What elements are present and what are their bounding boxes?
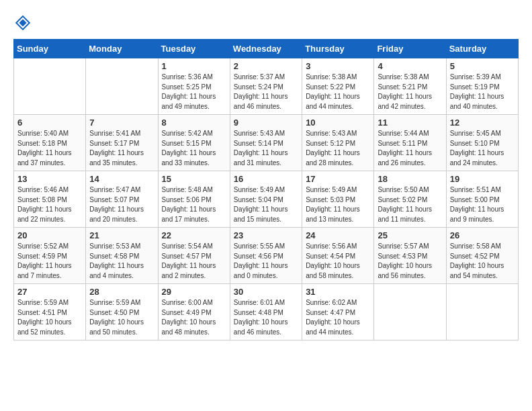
- day-number: 18: [378, 174, 442, 184]
- calendar-cell: 16 Sunrise: 5:49 AMSunset: 5:04 PMDaylig…: [230, 171, 302, 228]
- day-number: 13: [17, 174, 82, 184]
- day-number: 3: [306, 61, 370, 71]
- day-info: Sunrise: 5:54 AMSunset: 4:57 PMDaylight:…: [162, 242, 226, 281]
- day-info: Sunrise: 5:49 AMSunset: 5:03 PMDaylight:…: [306, 185, 370, 224]
- calendar-cell: 29 Sunrise: 6:00 AMSunset: 4:49 PMDaylig…: [158, 284, 230, 340]
- calendar-cell: 23 Sunrise: 5:55 AMSunset: 4:56 PMDaylig…: [230, 228, 302, 284]
- calendar-week-row: 1 Sunrise: 5:36 AMSunset: 5:25 PMDayligh…: [14, 58, 519, 115]
- day-info: Sunrise: 5:53 AMSunset: 4:58 PMDaylight:…: [89, 242, 154, 281]
- day-info: Sunrise: 6:01 AMSunset: 4:48 PMDaylight:…: [234, 298, 298, 337]
- weekday-header: Tuesday: [158, 40, 230, 58]
- day-info: Sunrise: 5:49 AMSunset: 5:04 PMDaylight:…: [234, 185, 298, 224]
- day-number: 8: [162, 118, 226, 128]
- day-info: Sunrise: 5:39 AMSunset: 5:19 PMDaylight:…: [450, 73, 515, 111]
- day-number: 2: [234, 61, 298, 71]
- logo: [13, 13, 35, 32]
- calendar-cell: 28 Sunrise: 5:59 AMSunset: 4:50 PMDaylig…: [86, 284, 158, 340]
- calendar-week-row: 27 Sunrise: 5:59 AMSunset: 4:51 PMDaylig…: [14, 284, 519, 340]
- calendar-cell: 22 Sunrise: 5:54 AMSunset: 4:57 PMDaylig…: [158, 228, 230, 284]
- calendar-cell: [86, 58, 158, 115]
- day-info: Sunrise: 5:43 AMSunset: 5:12 PMDaylight:…: [306, 129, 370, 168]
- calendar-cell: 21 Sunrise: 5:53 AMSunset: 4:58 PMDaylig…: [86, 228, 158, 284]
- weekday-header: Thursday: [302, 40, 374, 58]
- page-header: [13, 13, 519, 32]
- day-number: 27: [17, 287, 82, 297]
- day-number: 23: [234, 230, 298, 240]
- day-info: Sunrise: 5:45 AMSunset: 5:10 PMDaylight:…: [450, 129, 515, 168]
- calendar-cell: 30 Sunrise: 6:01 AMSunset: 4:48 PMDaylig…: [230, 284, 302, 340]
- calendar-week-row: 13 Sunrise: 5:46 AMSunset: 5:08 PMDaylig…: [14, 171, 519, 228]
- calendar-cell: 31 Sunrise: 6:02 AMSunset: 4:47 PMDaylig…: [302, 284, 374, 340]
- day-info: Sunrise: 5:48 AMSunset: 5:06 PMDaylight:…: [162, 185, 226, 224]
- calendar-cell: 8 Sunrise: 5:42 AMSunset: 5:15 PMDayligh…: [158, 115, 230, 171]
- day-number: 5: [450, 61, 515, 71]
- calendar-cell: 27 Sunrise: 5:59 AMSunset: 4:51 PMDaylig…: [14, 284, 86, 340]
- day-info: Sunrise: 6:00 AMSunset: 4:49 PMDaylight:…: [162, 298, 226, 337]
- weekday-header: Friday: [374, 40, 446, 58]
- day-info: Sunrise: 5:47 AMSunset: 5:07 PMDaylight:…: [89, 185, 154, 224]
- day-number: 20: [17, 230, 82, 240]
- calendar-week-row: 20 Sunrise: 5:52 AMSunset: 4:59 PMDaylig…: [14, 228, 519, 284]
- day-number: 24: [306, 230, 370, 240]
- day-number: 22: [162, 230, 226, 240]
- day-number: 6: [17, 118, 82, 128]
- day-number: 25: [378, 230, 442, 240]
- weekday-header: Saturday: [446, 40, 518, 58]
- calendar-cell: 9 Sunrise: 5:43 AMSunset: 5:14 PMDayligh…: [230, 115, 302, 171]
- day-number: 1: [162, 61, 226, 71]
- calendar-cell: 1 Sunrise: 5:36 AMSunset: 5:25 PMDayligh…: [158, 58, 230, 115]
- weekday-header: Wednesday: [230, 40, 302, 58]
- day-info: Sunrise: 5:36 AMSunset: 5:25 PMDaylight:…: [162, 73, 226, 111]
- day-info: Sunrise: 5:58 AMSunset: 4:52 PMDaylight:…: [450, 242, 515, 281]
- day-info: Sunrise: 5:59 AMSunset: 4:50 PMDaylight:…: [89, 298, 154, 337]
- day-info: Sunrise: 5:38 AMSunset: 5:21 PMDaylight:…: [378, 73, 442, 111]
- calendar-cell: 20 Sunrise: 5:52 AMSunset: 4:59 PMDaylig…: [14, 228, 86, 284]
- calendar-cell: [374, 284, 446, 340]
- day-info: Sunrise: 5:42 AMSunset: 5:15 PMDaylight:…: [162, 129, 226, 168]
- calendar-cell: 2 Sunrise: 5:37 AMSunset: 5:24 PMDayligh…: [230, 58, 302, 115]
- calendar-cell: 4 Sunrise: 5:38 AMSunset: 5:21 PMDayligh…: [374, 58, 446, 115]
- day-number: 26: [450, 230, 515, 240]
- calendar-cell: 19 Sunrise: 5:51 AMSunset: 5:00 PMDaylig…: [446, 171, 518, 228]
- day-info: Sunrise: 5:38 AMSunset: 5:22 PMDaylight:…: [306, 73, 370, 111]
- calendar-cell: 17 Sunrise: 5:49 AMSunset: 5:03 PMDaylig…: [302, 171, 374, 228]
- calendar-cell: 15 Sunrise: 5:48 AMSunset: 5:06 PMDaylig…: [158, 171, 230, 228]
- day-number: 31: [306, 287, 370, 297]
- calendar-cell: 10 Sunrise: 5:43 AMSunset: 5:12 PMDaylig…: [302, 115, 374, 171]
- day-number: 7: [89, 118, 154, 128]
- calendar-cell: 5 Sunrise: 5:39 AMSunset: 5:19 PMDayligh…: [446, 58, 518, 115]
- calendar-cell: 26 Sunrise: 5:58 AMSunset: 4:52 PMDaylig…: [446, 228, 518, 284]
- day-info: Sunrise: 5:37 AMSunset: 5:24 PMDaylight:…: [234, 73, 298, 111]
- day-number: 9: [234, 118, 298, 128]
- day-info: Sunrise: 5:52 AMSunset: 4:59 PMDaylight:…: [17, 242, 82, 281]
- day-info: Sunrise: 5:59 AMSunset: 4:51 PMDaylight:…: [17, 298, 82, 337]
- calendar-cell: 12 Sunrise: 5:45 AMSunset: 5:10 PMDaylig…: [446, 115, 518, 171]
- day-info: Sunrise: 5:43 AMSunset: 5:14 PMDaylight:…: [234, 129, 298, 168]
- day-number: 30: [234, 287, 298, 297]
- calendar-table: SundayMondayTuesdayWednesdayThursdayFrid…: [13, 39, 519, 340]
- day-number: 14: [89, 174, 154, 184]
- weekday-header: Monday: [86, 40, 158, 58]
- day-number: 29: [162, 287, 226, 297]
- day-info: Sunrise: 5:41 AMSunset: 5:17 PMDaylight:…: [89, 129, 154, 168]
- weekday-header: Sunday: [14, 40, 86, 58]
- calendar-cell: 18 Sunrise: 5:50 AMSunset: 5:02 PMDaylig…: [374, 171, 446, 228]
- day-number: 11: [378, 118, 442, 128]
- day-number: 19: [450, 174, 515, 184]
- day-info: Sunrise: 5:40 AMSunset: 5:18 PMDaylight:…: [17, 129, 82, 168]
- day-info: Sunrise: 6:02 AMSunset: 4:47 PMDaylight:…: [306, 298, 370, 337]
- day-number: 17: [306, 174, 370, 184]
- day-info: Sunrise: 5:44 AMSunset: 5:11 PMDaylight:…: [378, 129, 442, 168]
- day-number: 4: [378, 61, 442, 71]
- day-number: 21: [89, 230, 154, 240]
- calendar-cell: 7 Sunrise: 5:41 AMSunset: 5:17 PMDayligh…: [86, 115, 158, 171]
- calendar-cell: 24 Sunrise: 5:56 AMSunset: 4:54 PMDaylig…: [302, 228, 374, 284]
- calendar-cell: 6 Sunrise: 5:40 AMSunset: 5:18 PMDayligh…: [14, 115, 86, 171]
- day-info: Sunrise: 5:55 AMSunset: 4:56 PMDaylight:…: [234, 242, 298, 281]
- day-info: Sunrise: 5:51 AMSunset: 5:00 PMDaylight:…: [450, 185, 515, 224]
- calendar-cell: 3 Sunrise: 5:38 AMSunset: 5:22 PMDayligh…: [302, 58, 374, 115]
- day-number: 16: [234, 174, 298, 184]
- day-info: Sunrise: 5:46 AMSunset: 5:08 PMDaylight:…: [17, 185, 82, 224]
- logo-icon: [13, 13, 32, 32]
- calendar-cell: [14, 58, 86, 115]
